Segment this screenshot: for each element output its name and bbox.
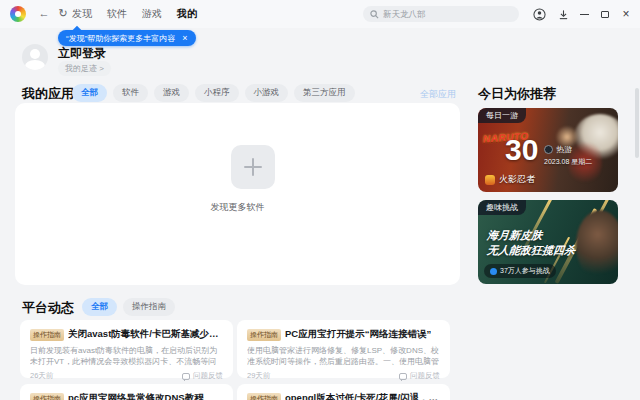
login-subtitle-pill[interactable]: 我的足迹 > xyxy=(58,61,111,76)
user-account-icon[interactable] xyxy=(529,4,549,24)
tab-miniprograms[interactable]: 小程序 xyxy=(195,84,239,102)
my-apps-panel: 发现更多软件 xyxy=(15,103,460,285)
feedback-link[interactable]: 问题反馈 xyxy=(399,371,440,381)
challenge-badge: 趣味挑战 xyxy=(478,200,526,215)
feed-tabs: 全部 操作指南 xyxy=(82,298,175,316)
calendar-day: 30 xyxy=(505,133,538,167)
login-button[interactable]: 立即登录 xyxy=(58,45,106,62)
feed-card-time: 26天前 xyxy=(30,371,53,381)
feed-card-4[interactable]: 操作指南 opengl版本过低/卡死/花屏/闪退，升级显卡驱动u… xyxy=(237,384,450,400)
my-apps-tabs: 全部 软件 游戏 小程序 小游戏 第三方应用 xyxy=(72,84,355,102)
topbar: ← ↻ 发现 软件 游戏 我的 xyxy=(0,0,640,28)
all-apps-link[interactable]: 全部应用 xyxy=(420,88,456,101)
search-box[interactable] xyxy=(363,6,519,22)
nav-discover[interactable]: 发现 xyxy=(72,7,92,21)
guide-tag-badge: 操作指南 xyxy=(247,393,281,400)
tab-all[interactable]: 全部 xyxy=(72,84,107,102)
feed-card-3[interactable]: 操作指南 pc应用宝网络异常修改DNS教程 xyxy=(20,384,233,400)
main-nav: 发现 软件 游戏 我的 xyxy=(72,0,197,28)
add-more-apps-label: 发现更多软件 xyxy=(15,201,460,214)
game-icon xyxy=(485,175,495,185)
guide-tag-badge: 操作指南 xyxy=(30,393,64,400)
tab-thirdparty[interactable]: 第三方应用 xyxy=(294,84,355,102)
back-icon[interactable]: ← xyxy=(36,5,52,21)
feed-tab-all[interactable]: 全部 xyxy=(82,298,117,316)
feedback-link[interactable]: 问题反馈 xyxy=(182,371,223,381)
maximize-button[interactable] xyxy=(595,4,615,24)
tooltip-close-icon[interactable]: × xyxy=(182,33,187,43)
tag-icon xyxy=(544,145,553,154)
challenge-line1: 海月新皮肤 xyxy=(486,228,543,243)
challenge-line2: 无人能敌狂揽四杀 xyxy=(486,243,576,258)
game-name-row: 火影忍者 xyxy=(485,173,535,186)
feed-card-body: 使用电脑管家进行网络修复、修复LSP、修改DNS、校准系统时间等操作，然后重启路… xyxy=(247,345,440,367)
scrollbar[interactable] xyxy=(635,88,639,158)
my-apps-title: 我的应用 xyxy=(22,85,74,103)
daily-game-card[interactable]: 每日一游 NARUTO 30 热游 2023.08 星期二 火影忍者 xyxy=(478,108,618,192)
daily-game-badge: 每日一游 xyxy=(478,108,526,123)
discover-tooltip: “发现”帮助你探索更多丰富内容 × xyxy=(58,30,196,46)
feed-card-2[interactable]: 操作指南 PC应用宝打开提示“网络连接错误” 使用电脑管家进行网络修复、修复LS… xyxy=(237,320,450,378)
add-more-apps-button[interactable] xyxy=(231,145,275,189)
card-art xyxy=(576,210,618,280)
tab-minigames[interactable]: 小游戏 xyxy=(245,84,289,102)
feed-card-1[interactable]: 操作指南 关闭avast防毒软件/卡巴斯基减少卡顿现象 日前发现装有avast防… xyxy=(20,320,233,378)
app-window: ← ↻ 发现 软件 游戏 我的 xyxy=(0,0,640,400)
refresh-icon[interactable]: ↻ xyxy=(55,5,71,21)
tab-games[interactable]: 游戏 xyxy=(154,84,189,102)
app-logo-icon[interactable] xyxy=(10,6,26,22)
nav-games[interactable]: 游戏 xyxy=(142,7,162,21)
calendar-date: 2023.08 星期二 xyxy=(544,157,592,167)
search-icon xyxy=(370,10,379,19)
day-tag: 热游 xyxy=(544,144,572,155)
game-name: 火影忍者 xyxy=(499,173,535,186)
challenge-card[interactable]: 趣味挑战 海月新皮肤 无人能敌狂揽四杀 37万人参与挑战 xyxy=(478,200,618,284)
feed-card-time: 29天前 xyxy=(247,371,270,381)
feed-card-title: pc应用宝网络异常修改DNS教程 xyxy=(68,392,204,400)
close-button[interactable]: × xyxy=(616,4,636,24)
feed-card-title: PC应用宝打开提示“网络连接错误” xyxy=(285,328,431,341)
search-input[interactable] xyxy=(383,9,503,19)
feedback-icon xyxy=(182,373,190,380)
nav-mine[interactable]: 我的 xyxy=(177,7,197,21)
avatar[interactable] xyxy=(22,44,48,70)
tooltip-text: “发现”帮助你探索更多丰富内容 xyxy=(66,33,175,44)
guide-tag-badge: 操作指南 xyxy=(30,329,64,341)
minimize-button[interactable] xyxy=(574,4,594,24)
feedback-icon xyxy=(399,373,407,380)
feed-title: 平台动态 xyxy=(22,299,74,317)
feed-card-title: 关闭avast防毒软件/卡巴斯基减少卡顿现象 xyxy=(68,328,223,341)
nav-software[interactable]: 软件 xyxy=(107,7,127,21)
feed-tab-guide[interactable]: 操作指南 xyxy=(123,298,175,316)
feed-card-title: opengl版本过低/卡死/花屏/闪退，升级显卡驱动u… xyxy=(285,392,440,400)
recommend-title: 今日为你推荐 xyxy=(478,85,556,103)
tab-software[interactable]: 软件 xyxy=(113,84,148,102)
challenge-stat: 37万人参与挑战 xyxy=(484,264,556,278)
guide-tag-badge: 操作指南 xyxy=(247,329,281,341)
download-manager-icon[interactable] xyxy=(553,4,573,24)
participants-icon xyxy=(490,268,497,275)
feed-card-body: 日前发现装有avast防毒软件的电脑，在启动后识别为未打开VT，此种情况会导致模… xyxy=(30,345,223,367)
